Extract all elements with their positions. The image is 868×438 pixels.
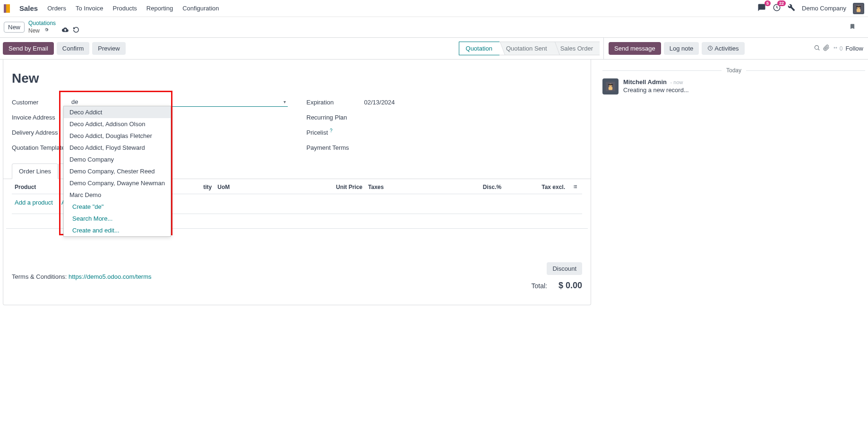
chat-badge: 5	[765, 0, 771, 6]
log-note-button[interactable]: Log note	[664, 42, 699, 55]
dropdown-create-edit[interactable]: Create and edit...	[64, 224, 171, 236]
message-avatar	[602, 78, 619, 94]
discard-icon[interactable]	[73, 26, 79, 34]
svg-rect-4	[856, 6, 861, 8]
expiration-field[interactable]: 02/13/2024	[364, 99, 583, 106]
chatter-date-separator: Today	[722, 67, 746, 74]
user-avatar[interactable]	[853, 3, 864, 14]
nav-app-name[interactable]: Sales	[15, 1, 43, 15]
dropdown-item[interactable]: Deco Addict, Douglas Fletcher	[64, 130, 171, 142]
chatter-message: Mitchell Admin - now Creating a new reco…	[602, 78, 865, 94]
svg-rect-10	[608, 84, 613, 86]
form-sheet: New Customer ▾ Invoice Address	[3, 60, 591, 305]
gear-icon[interactable]	[43, 27, 49, 34]
terms-and-conditions: Terms & Conditions: https://demo5.odoo.c…	[12, 273, 152, 280]
dropdown-item[interactable]: Marc Demo	[64, 189, 171, 201]
page-title: New	[12, 71, 591, 86]
activity-clock-icon[interactable]: 22	[773, 3, 781, 13]
bookmark-icon[interactable]	[849, 23, 856, 32]
tab-order-lines[interactable]: Order Lines	[12, 163, 58, 179]
total-amount: $ 0.00	[559, 281, 582, 291]
chatter: Today Mitchell Admin - now Creating a ne…	[602, 60, 865, 305]
col-uom: UoM	[215, 184, 278, 191]
dropdown-item[interactable]: Demo Company, Chester Reed	[64, 165, 171, 177]
preview-button[interactable]: Preview	[92, 42, 125, 55]
dropdown-create[interactable]: Create "de"	[64, 201, 171, 213]
stage-sales-order[interactable]: Sales Order	[554, 42, 600, 55]
label-pricelist: Pricelist?	[307, 128, 364, 136]
label-payment-terms: Payment Terms	[307, 144, 364, 151]
action-bar: Send by Email Confirm Preview Quotation …	[0, 38, 603, 59]
debug-icon[interactable]	[788, 4, 795, 13]
cloud-save-icon[interactable]	[61, 26, 69, 34]
dropdown-item[interactable]: Deco Addict, Floyd Steward	[64, 142, 171, 154]
follow-button[interactable]: Follow	[845, 45, 863, 52]
app-logo[interactable]	[4, 4, 10, 13]
dropdown-item[interactable]: Demo Company	[64, 154, 171, 165]
company-selector[interactable]: Demo Company	[802, 5, 846, 12]
label-expiration: Expiration	[307, 99, 364, 106]
customer-input[interactable]	[71, 98, 284, 105]
nav-reporting[interactable]: Reporting	[142, 2, 178, 15]
top-nav: Sales Orders To Invoice Products Reporti…	[0, 0, 868, 17]
dropdown-item[interactable]: Deco Addict	[64, 106, 171, 118]
stage-quotation-sent[interactable]: Quotation Sent	[499, 42, 554, 55]
svg-rect-3	[857, 9, 860, 12]
send-by-email-button[interactable]: Send by Email	[3, 42, 54, 55]
send-message-button[interactable]: Send message	[609, 42, 661, 55]
nav-configuration[interactable]: Configuration	[178, 2, 223, 15]
new-record-button[interactable]: New	[4, 22, 25, 33]
search-icon[interactable]	[814, 44, 820, 52]
message-author[interactable]: Mitchell Admin	[623, 78, 667, 86]
col-unit-price: Unit Price	[278, 184, 365, 191]
col-disc: Disc.%	[440, 184, 504, 191]
label-customer: Customer	[12, 99, 69, 106]
message-body: Creating a new record...	[623, 86, 689, 94]
follower-count[interactable]: 0	[833, 45, 843, 52]
dropdown-item[interactable]: Demo Company, Dwayne Newman	[64, 177, 171, 189]
discount-button[interactable]: Discount	[547, 262, 582, 275]
total-label: Total:	[531, 282, 547, 290]
col-taxes: Taxes	[365, 184, 440, 191]
label-recurring-plan: Recurring Plan	[307, 114, 364, 121]
activity-badge: 22	[777, 0, 786, 6]
chat-icon[interactable]: 5	[757, 3, 766, 13]
dropdown-search-more[interactable]: Search More...	[64, 213, 171, 224]
nav-to-invoice[interactable]: To Invoice	[71, 2, 108, 15]
stage-quotation[interactable]: Quotation	[459, 42, 499, 55]
customer-field[interactable]: ▾	[69, 97, 288, 107]
customer-dropdown: Deco Addict Deco Addict, Addison Olson D…	[63, 106, 171, 237]
activities-button[interactable]: Activities	[702, 42, 744, 55]
svg-rect-9	[609, 87, 612, 90]
chatter-toolbar: Send message Log note Activities 0 Follo…	[603, 38, 868, 59]
nav-orders[interactable]: Orders	[43, 2, 71, 15]
col-tax-excl: Tax excl.	[504, 184, 568, 191]
dropdown-item[interactable]: Deco Addict, Addison Olson	[64, 118, 171, 130]
confirm-button[interactable]: Confirm	[57, 42, 90, 55]
col-options-icon[interactable]	[568, 184, 582, 191]
nav-products[interactable]: Products	[108, 2, 141, 15]
svg-point-6	[815, 45, 818, 49]
help-icon[interactable]: ?	[330, 128, 333, 133]
breadcrumb-current: New	[28, 27, 40, 34]
status-bar: Quotation Quotation Sent Sales Order	[459, 42, 600, 55]
message-time: - now	[670, 79, 683, 85]
label-invoice-address: Invoice Address	[12, 114, 69, 121]
breadcrumb-bar: New Quotations New	[0, 17, 868, 37]
label-delivery-address: Delivery Address	[12, 129, 69, 136]
breadcrumb-parent[interactable]: Quotations	[28, 20, 79, 26]
chevron-down-icon[interactable]: ▾	[284, 99, 286, 104]
attachment-icon[interactable]	[823, 44, 830, 52]
add-product-link[interactable]: Add a product	[15, 199, 53, 206]
terms-link[interactable]: https://demo5.odoo.com/terms	[69, 273, 152, 280]
